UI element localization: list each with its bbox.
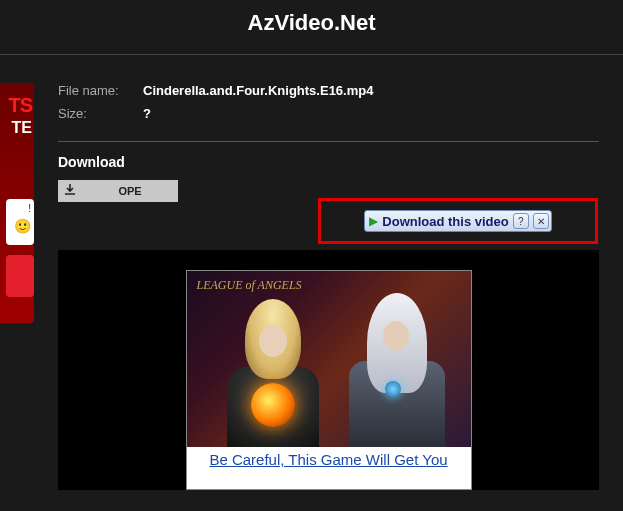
filename-value: Cinderella.and.Four.Knights.E16.mp4 <box>143 83 373 98</box>
site-title: AzVideo.Net <box>0 10 623 36</box>
game-ad-caption[interactable]: Be Careful, This Game Will Get You <box>187 447 471 468</box>
body: TS TE ! 🙂 File name: Cinderella.and.Four… <box>0 55 623 490</box>
download-video-label: Download this video <box>382 214 508 229</box>
ad-text-white: TE <box>12 119 34 137</box>
ad-banner: TS TE ! 🙂 <box>0 83 34 323</box>
game-ad-image: LEAGUE of ANGELS <box>187 271 471 447</box>
ad-chip-white: ! 🙂 <box>6 199 34 245</box>
file-meta: File name: Cinderella.and.Four.Knights.E… <box>58 83 599 142</box>
character-right <box>341 287 451 447</box>
video-player-area: LEAGUE of ANGELS Be Careful, This G <box>58 250 599 490</box>
download-icon <box>58 184 82 199</box>
ope-label: OPE <box>82 185 178 197</box>
download-video-toolbar[interactable]: ▶ Download this video ? ✕ <box>364 210 551 232</box>
ad-chip-red <box>6 255 34 297</box>
character-left <box>217 287 327 447</box>
highlight-box: ▶ Download this video ? ✕ <box>318 198 598 244</box>
ad-text-red: TS <box>8 95 34 115</box>
download-ope-button[interactable]: OPE <box>58 180 178 202</box>
smile-icon: 🙂 <box>6 218 31 234</box>
meta-row-size: Size: ? <box>58 106 599 121</box>
download-heading: Download <box>58 154 599 170</box>
fire-orb-icon <box>251 383 295 427</box>
close-button[interactable]: ✕ <box>533 213 549 229</box>
main-content: File name: Cinderella.and.Four.Knights.E… <box>58 83 623 490</box>
help-button[interactable]: ? <box>513 213 529 229</box>
game-ad[interactable]: LEAGUE of ANGELS Be Careful, This G <box>186 270 472 490</box>
size-value: ? <box>143 106 151 121</box>
page-header: AzVideo.Net <box>0 0 623 55</box>
size-label: Size: <box>58 106 143 121</box>
meta-row-filename: File name: Cinderella.and.Four.Knights.E… <box>58 83 599 98</box>
gem-icon <box>385 381 401 397</box>
left-ad-strip[interactable]: TS TE ! 🙂 <box>0 83 34 490</box>
play-icon: ▶ <box>369 214 378 228</box>
filename-label: File name: <box>58 83 143 98</box>
